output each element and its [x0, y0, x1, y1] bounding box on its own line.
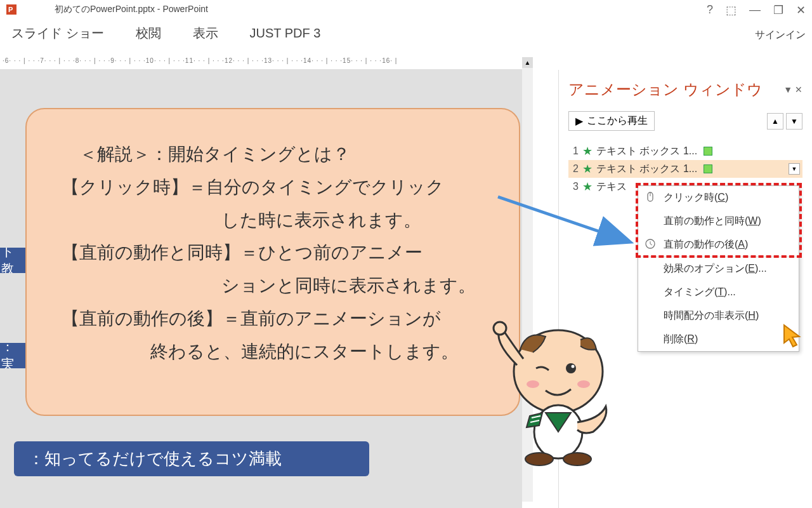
timing-bar: [704, 147, 712, 156]
callout-line: ＜解説＞：開始タイミングとは？: [62, 138, 497, 171]
tab-slideshow[interactable]: スライド ショー: [11, 25, 104, 42]
menu-timing[interactable]: タイミング(T)...: [638, 281, 799, 304]
svg-line-6: [650, 244, 652, 245]
slide-subtitle-bar: ：知ってるだけで使えるコツ満載: [14, 441, 369, 476]
slide-fragment-1: ト 教: [0, 248, 25, 273]
svg-point-14: [494, 322, 506, 335]
callout-line: 終わると、連続的にスタートします。: [62, 335, 497, 368]
menu-with-previous[interactable]: 直前の動作と同時(W): [638, 210, 799, 233]
scroll-up-icon[interactable]: ▲: [522, 57, 533, 68]
svg-point-18: [525, 453, 553, 465]
ribbon-tabs: スライド ショー 校閲 表示 JUST PDF 3: [0, 19, 812, 48]
ribbon-options-icon[interactable]: ⬚: [726, 3, 737, 17]
move-up-button[interactable]: ▲: [767, 113, 783, 130]
item-label: テキスト ボックス 1...: [596, 145, 697, 158]
star-icon: ★: [582, 144, 593, 158]
help-icon[interactable]: ?: [707, 3, 713, 17]
mascot-character: [482, 321, 622, 467]
window-title: 初めてのPowerPoint.pptx - PowerPoint: [55, 4, 208, 15]
callout-line: した時に表示されます。: [62, 204, 497, 237]
signin-link[interactable]: サインイン: [755, 29, 806, 42]
tab-justpdf[interactable]: JUST PDF 3: [250, 26, 321, 41]
pane-dropdown-icon[interactable]: ▼: [783, 84, 792, 95]
restore-icon[interactable]: ❐: [773, 3, 783, 17]
svg-point-13: [577, 380, 590, 388]
mouse-icon: [645, 191, 656, 203]
item-number: 3: [570, 181, 579, 192]
svg-point-10: [566, 363, 576, 373]
timing-context-menu: クリック時(C) 直前の動作と同時(W) 直前の動作の後(A) 効果のオプション…: [638, 185, 799, 352]
menu-after-previous[interactable]: 直前の動作の後(A): [638, 233, 799, 257]
slide-fragment-2: ：実: [0, 343, 25, 368]
item-number: 2: [570, 163, 579, 175]
svg-point-11: [572, 365, 575, 368]
minimize-icon[interactable]: —: [749, 3, 761, 17]
pane-close-icon[interactable]: ✕: [795, 84, 802, 95]
item-label: テキスト ボックス 1...: [596, 163, 697, 176]
explanation-callout: ＜解説＞：開始タイミングとは？ 【クリック時】＝自分のタイミングでクリック した…: [25, 108, 520, 416]
close-icon[interactable]: ✕: [796, 3, 806, 17]
menu-effect-options[interactable]: 効果のオプション(E)...: [638, 257, 799, 281]
svg-point-12: [527, 380, 539, 388]
animation-pane-title: アニメーション ウィンドウ ▼ ✕: [568, 79, 802, 100]
title-bar: P 初めてのPowerPoint.pptx - PowerPoint: [0, 0, 812, 19]
tab-view[interactable]: 表示: [193, 25, 218, 42]
menu-delete[interactable]: 削除(R): [638, 328, 799, 351]
svg-text:P: P: [8, 6, 13, 13]
callout-line: 【直前の動作と同時】＝ひとつ前のアニメー: [62, 236, 497, 269]
item-label: テキス: [596, 180, 627, 194]
play-icon: ▶: [575, 115, 583, 127]
item-dropdown-icon[interactable]: ▼: [789, 163, 800, 175]
play-label: ここから再生: [587, 114, 648, 128]
animation-item[interactable]: 1 ★ テキスト ボックス 1...: [568, 142, 802, 160]
svg-point-19: [563, 453, 591, 465]
window-controls: ? ⬚ — ❐ ✕: [707, 3, 806, 17]
tab-review[interactable]: 校閲: [136, 25, 161, 42]
star-icon: ★: [582, 180, 593, 194]
ruler: ·6· · · | · · ·7· · · | · · ·8· · · | · …: [0, 57, 533, 70]
item-number: 1: [570, 145, 579, 157]
star-icon: ★: [582, 162, 593, 176]
move-down-button[interactable]: ▼: [786, 113, 802, 130]
timing-bar: [704, 164, 712, 173]
clock-icon: [645, 238, 656, 250]
menu-on-click[interactable]: クリック時(C): [638, 186, 799, 210]
play-from-here-button[interactable]: ▶ ここから再生: [568, 111, 655, 131]
callout-line: 【直前の動作の後】＝直前のアニメーションが: [62, 302, 497, 335]
callout-line: 【クリック時】＝自分のタイミングでクリック: [62, 171, 497, 204]
menu-hide-timeline[interactable]: 時間配分の非表示(H): [638, 304, 799, 328]
pane-title-text: アニメーション ウィンドウ: [568, 79, 763, 100]
callout-line: ションと同時に表示されます。: [62, 269, 497, 302]
animation-item[interactable]: 2 ★ テキスト ボックス 1... ▼: [568, 160, 802, 178]
powerpoint-icon: P: [6, 4, 16, 15]
